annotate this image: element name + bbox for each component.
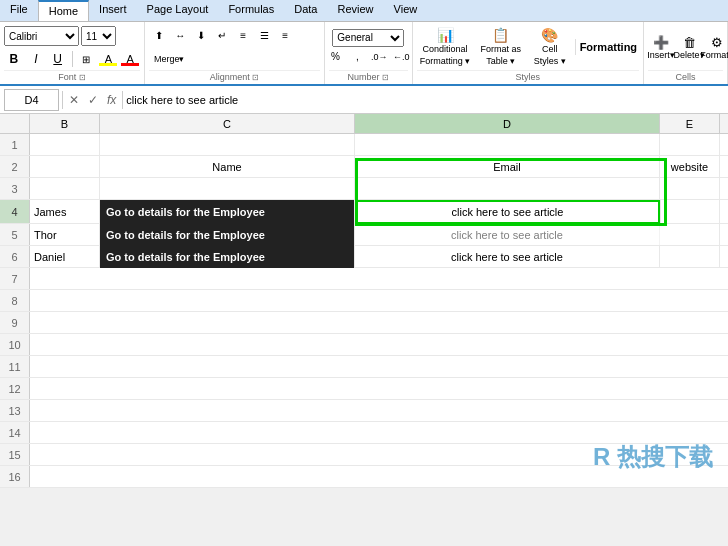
decrease-decimal-button[interactable]: ←.0 [391, 48, 411, 66]
font-group-label: Font ⊡ [4, 70, 140, 82]
bold-button[interactable]: B [4, 48, 24, 70]
table-row: 10 [0, 334, 728, 356]
cell-e4[interactable] [660, 200, 720, 224]
cell-d5[interactable]: click here to see article [355, 224, 660, 246]
tab-formulas[interactable]: Formulas [218, 0, 284, 21]
cell-d1[interactable] [355, 134, 660, 156]
cell-e6[interactable] [660, 246, 720, 268]
italic-button[interactable]: I [26, 48, 46, 70]
col-header-d[interactable]: D [355, 114, 660, 133]
tab-review[interactable]: Review [327, 0, 383, 21]
delete-cell-button[interactable]: 🗑 Delete▾ [676, 25, 702, 69]
formula-input[interactable] [126, 89, 724, 111]
align-left-button[interactable]: ≡ [233, 26, 253, 44]
row-number: 1 [0, 134, 30, 155]
wrap-text-button[interactable]: ↵ [212, 26, 232, 44]
cell-styles-button[interactable]: 🎨 Cell Styles ▾ [528, 25, 572, 69]
table-row: 12 [0, 378, 728, 400]
cell-b2[interactable] [30, 156, 100, 178]
cancel-button[interactable]: ✕ [66, 93, 82, 107]
cell-b1[interactable] [30, 134, 100, 156]
table-row: 4 James Go to details for the Employee c… [0, 200, 728, 224]
tab-pagelayout[interactable]: Page Layout [137, 0, 219, 21]
formula-bar: D4 ✕ ✓ fx [0, 86, 728, 114]
cell-b6[interactable]: Daniel [30, 246, 100, 268]
styles-group: 📊 Conditional Formatting ▾ 📋 Format as T… [413, 22, 644, 84]
cell-d6[interactable]: click here to see article [355, 246, 660, 268]
fx-label: fx [104, 93, 119, 107]
format-cell-button[interactable]: ⚙ Format▾ [704, 25, 728, 69]
styles-group-label: Styles [417, 70, 639, 82]
table-row: 7 [0, 268, 728, 290]
tab-file[interactable]: File [0, 0, 38, 21]
cell-c5[interactable]: Go to details for the Employee [100, 224, 355, 246]
tab-insert[interactable]: Insert [89, 0, 137, 21]
align-middle-button[interactable]: ↔ [170, 26, 190, 44]
tab-home[interactable]: Home [38, 0, 89, 21]
cell-e2-header[interactable]: website [660, 156, 720, 178]
font-family-select[interactable]: Calibri [4, 26, 79, 46]
alignment-group-label: Alignment ⊡ [149, 70, 320, 82]
col-header-b[interactable]: B [30, 114, 100, 133]
align-bottom-button[interactable]: ⬇ [191, 26, 211, 44]
column-headers: B C D E [0, 114, 728, 134]
comma-button[interactable]: , [347, 48, 367, 66]
underline-button[interactable]: U [48, 48, 68, 70]
name-box[interactable]: D4 [4, 89, 59, 111]
table-row: 1 [0, 134, 728, 156]
increase-decimal-button[interactable]: .0→ [369, 48, 389, 66]
number-group: General % , .0→ ←.0 Number ⊡ [325, 22, 413, 84]
cells-group: ➕ Insert▾ 🗑 Delete▾ ⚙ Format▾ Cells [644, 22, 728, 84]
table-row: 3 [0, 178, 728, 200]
alignment-group: ⬆ ↔ ⬇ ↵ ≡ ☰ ≡ Merge▾ Alignment ⊡ [145, 22, 325, 84]
app-window: File Home Insert Page Layout Formulas Da… [0, 0, 728, 488]
align-top-button[interactable]: ⬆ [149, 26, 169, 44]
cell-b3[interactable] [30, 178, 100, 200]
align-right-button[interactable]: ≡ [275, 26, 295, 44]
cell-b5[interactable]: Thor [30, 224, 100, 246]
cell-d3[interactable] [355, 178, 660, 200]
cell-e5[interactable] [660, 224, 720, 246]
font-size-select[interactable]: 11 [81, 26, 116, 46]
cell-c3[interactable] [100, 178, 355, 200]
row-number: 4 [0, 200, 30, 223]
font-group: Calibri 11 B I U ⊞ A A [0, 22, 145, 84]
cell-e3[interactable] [660, 178, 720, 200]
cell-c6[interactable]: Go to details for the Employee [100, 246, 355, 268]
watermark: R 热搜下载 [593, 441, 713, 473]
merge-button[interactable]: Merge▾ [149, 50, 189, 68]
font-color-button[interactable]: A [120, 48, 140, 70]
format-as-table-button[interactable]: 📋 Format as Table ▾ [477, 25, 525, 69]
col-header-e[interactable]: E [660, 114, 720, 133]
table-row: 8 [0, 290, 728, 312]
table-row: 9 [0, 312, 728, 334]
row-number: 6 [0, 246, 30, 267]
table-row: 13 [0, 400, 728, 422]
cells-group-label: Cells [648, 70, 723, 82]
percent-button[interactable]: % [325, 48, 345, 66]
cell-c4[interactable]: Go to details for the Employee [100, 200, 355, 224]
table-row: 6 Daniel Go to details for the Employee … [0, 246, 728, 268]
insert-cell-button[interactable]: ➕ Insert▾ [648, 25, 674, 69]
col-header-c[interactable]: C [100, 114, 355, 133]
confirm-button[interactable]: ✓ [85, 93, 101, 107]
row-number: 3 [0, 178, 30, 199]
cell-e1[interactable] [660, 134, 720, 156]
row-number: 5 [0, 224, 30, 245]
tab-view[interactable]: View [384, 0, 428, 21]
cell-d4-selected[interactable]: click here to see article [355, 200, 660, 224]
border-button[interactable]: ⊞ [77, 48, 97, 70]
ribbon-content: Calibri 11 B I U ⊞ A A [0, 22, 728, 86]
row-number: 2 [0, 156, 30, 177]
number-format-select[interactable]: General [332, 29, 404, 47]
number-group-label: Number ⊡ [329, 70, 408, 82]
cell-d2-header[interactable]: Email [355, 156, 660, 178]
cell-b4[interactable]: James [30, 200, 100, 224]
tab-data[interactable]: Data [284, 0, 327, 21]
cell-c1[interactable] [100, 134, 355, 156]
fill-color-button[interactable]: A [98, 48, 118, 70]
cell-c2-header[interactable]: Name [100, 156, 355, 178]
spreadsheet: B C D E 1 2 Name Email website 3 [0, 114, 728, 488]
conditional-formatting-button[interactable]: 📊 Conditional Formatting ▾ [417, 25, 474, 69]
align-center-button[interactable]: ☰ [254, 26, 274, 44]
